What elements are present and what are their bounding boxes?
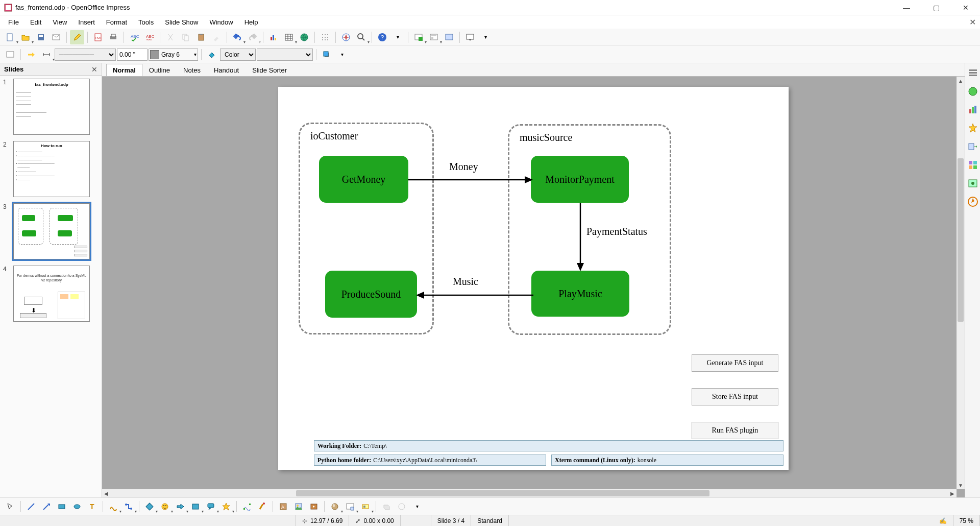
undo-button[interactable]: [230, 30, 244, 44]
controls-tool[interactable]: [358, 499, 373, 514]
scroll-up-icon[interactable]: ▲: [957, 77, 965, 85]
print-button[interactable]: [106, 30, 120, 44]
line-color-dropdown[interactable]: ▾: [194, 52, 197, 57]
media-tool[interactable]: [307, 499, 321, 514]
new-button[interactable]: [3, 30, 17, 44]
line-width-input[interactable]: [117, 49, 148, 61]
menu-help[interactable]: Help: [239, 17, 263, 28]
tab-handout[interactable]: Handout: [207, 64, 246, 76]
status-signature[interactable]: ✍: [933, 515, 953, 526]
toolbar-overflow1[interactable]: ▾: [390, 30, 405, 44]
ellipse-tool[interactable]: [70, 499, 84, 514]
points-tool[interactable]: [240, 499, 254, 514]
node-producesound[interactable]: ProduceSound: [325, 271, 417, 318]
scroll-down-icon[interactable]: ▼: [957, 481, 965, 489]
menu-edit[interactable]: Edit: [25, 17, 46, 28]
gluepoints-tool[interactable]: [255, 499, 270, 514]
format-paintbrush-button[interactable]: [209, 30, 224, 44]
toolbar2-overflow[interactable]: ▾: [335, 47, 349, 62]
interaction-tool[interactable]: [395, 499, 409, 514]
slide-thumb-2[interactable]: How to run • ————————• ———————————— ————…: [13, 141, 90, 197]
spellcheck-button[interactable]: ABC: [127, 30, 141, 44]
master-pages-icon[interactable]: [967, 104, 978, 115]
fontwork-tool[interactable]: A: [276, 499, 290, 514]
flowchart-tool[interactable]: [188, 499, 203, 514]
node-playmusic[interactable]: PlayMusic: [531, 271, 629, 317]
navigator2-icon[interactable]: [967, 196, 978, 207]
arrow-ends-button[interactable]: [39, 47, 54, 62]
insert-slide-button[interactable]: [411, 30, 426, 44]
scroll-thumb[interactable]: [958, 158, 964, 322]
open-button[interactable]: [18, 30, 33, 44]
menu-window[interactable]: Window: [204, 17, 238, 28]
from-file-tool[interactable]: [291, 499, 306, 514]
canvas-area[interactable]: ioCustomer musicSource GetMoney MonitorP…: [102, 77, 965, 497]
line-endings-button[interactable]: [24, 47, 38, 62]
slide-thumb-1[interactable]: fas_frontend.odp ———————————————————————…: [13, 79, 90, 135]
menu-insert[interactable]: Insert: [73, 17, 100, 28]
curve-tool[interactable]: [106, 499, 120, 514]
arrow-music[interactable]: [415, 290, 533, 300]
text-tool[interactable]: T: [85, 499, 100, 514]
document-close-button[interactable]: ✕: [969, 17, 976, 27]
area-fill-button[interactable]: [205, 47, 219, 62]
close-button[interactable]: ✕: [955, 2, 976, 14]
minimize-button[interactable]: ―: [896, 2, 917, 14]
chart-button[interactable]: [266, 30, 281, 44]
horizontal-scrollbar[interactable]: ◀ ▶: [102, 489, 957, 497]
redo-button[interactable]: [246, 30, 260, 44]
bottombar-overflow[interactable]: ▾: [410, 499, 424, 514]
arrow-style-button[interactable]: [3, 47, 17, 62]
store-fas-button[interactable]: Store FAS input: [692, 388, 778, 405]
generate-fas-button[interactable]: Generate FAS input: [692, 354, 778, 372]
arrow-money[interactable]: [408, 175, 533, 185]
toolbar-overflow2[interactable]: ▾: [478, 30, 493, 44]
menu-view[interactable]: View: [47, 17, 72, 28]
copy-button[interactable]: [179, 30, 193, 44]
arrow-tool[interactable]: [39, 499, 54, 514]
maximize-button[interactable]: ▢: [926, 2, 946, 14]
tab-outline[interactable]: Outline: [142, 64, 177, 76]
shadow-button[interactable]: [320, 47, 334, 62]
start-slideshow-button[interactable]: [463, 30, 477, 44]
node-getmoney[interactable]: GetMoney: [319, 156, 408, 203]
rectangle-tool[interactable]: [55, 499, 69, 514]
arrow-paymentstatus[interactable]: [575, 203, 585, 272]
save-button[interactable]: [34, 30, 48, 44]
scroll-thumb[interactable]: [296, 490, 709, 496]
3d-objects-tool[interactable]: [328, 499, 342, 514]
node-monitorpayment[interactable]: MonitorPayment: [531, 156, 629, 203]
help-button[interactable]: ?: [375, 30, 389, 44]
extrusion-tool[interactable]: [379, 499, 394, 514]
zoom-button[interactable]: [354, 30, 369, 44]
tab-normal[interactable]: Normal: [106, 64, 142, 76]
navigator-button[interactable]: [339, 30, 353, 44]
run-fas-button[interactable]: Run FAS plugin: [692, 422, 778, 439]
tab-slide-sorter[interactable]: Slide Sorter: [246, 64, 293, 76]
slide-design-button[interactable]: [442, 30, 456, 44]
custom-animation-icon[interactable]: [967, 123, 978, 134]
paste-button[interactable]: [194, 30, 208, 44]
grid-button[interactable]: [318, 30, 332, 44]
slide-page[interactable]: ioCustomer musicSource GetMoney MonitorP…: [278, 87, 789, 470]
gallery-icon[interactable]: [967, 86, 978, 97]
slides-panel-close[interactable]: ✕: [91, 65, 97, 74]
fill-mode-select[interactable]: Color: [220, 49, 256, 61]
menu-slideshow[interactable]: Slide Show: [160, 17, 203, 28]
layouts-icon[interactable]: [967, 178, 978, 189]
menu-tools[interactable]: Tools: [133, 17, 159, 28]
vertical-scrollbar[interactable]: ▲ ▼: [957, 77, 965, 489]
basic-shapes-tool[interactable]: [142, 499, 157, 514]
slide-layout-button[interactable]: [427, 30, 441, 44]
auto-spellcheck-button[interactable]: ABC: [142, 30, 157, 44]
fill-color-select[interactable]: [257, 49, 313, 61]
stars-tool[interactable]: [219, 499, 233, 514]
export-pdf-button[interactable]: PDF: [91, 30, 105, 44]
properties-icon[interactable]: [967, 67, 978, 79]
xterm-command-field[interactable]: Xterm command (Linux only): konsole: [551, 455, 783, 466]
select-tool[interactable]: [3, 499, 17, 514]
cut-button[interactable]: [163, 30, 178, 44]
callouts-tool[interactable]: [204, 499, 218, 514]
menu-format[interactable]: Format: [101, 17, 132, 28]
scroll-left-icon[interactable]: ◀: [102, 489, 110, 497]
